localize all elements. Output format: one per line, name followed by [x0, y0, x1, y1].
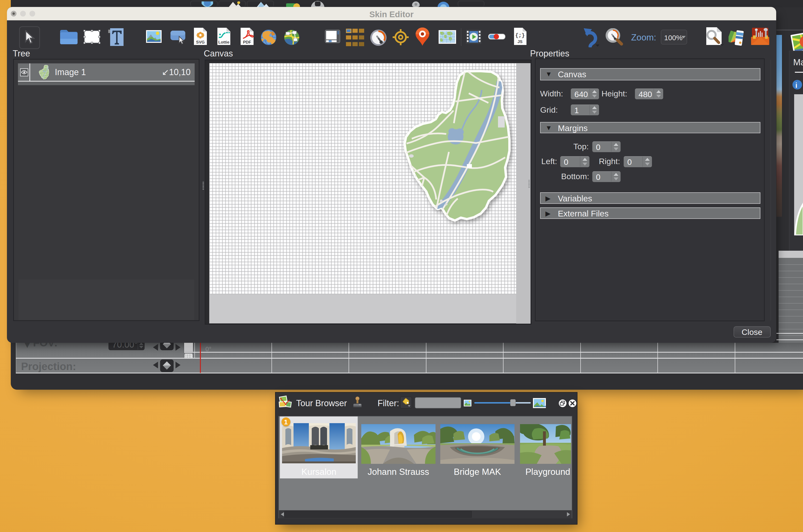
svg-text:{;}: {;}: [515, 33, 525, 39]
svg-text:JS: JS: [517, 39, 523, 44]
svg-text:SVG: SVG: [196, 40, 205, 44]
svg-text:Lottie: Lottie: [218, 40, 230, 44]
svg-text:PDF: PDF: [243, 40, 251, 44]
